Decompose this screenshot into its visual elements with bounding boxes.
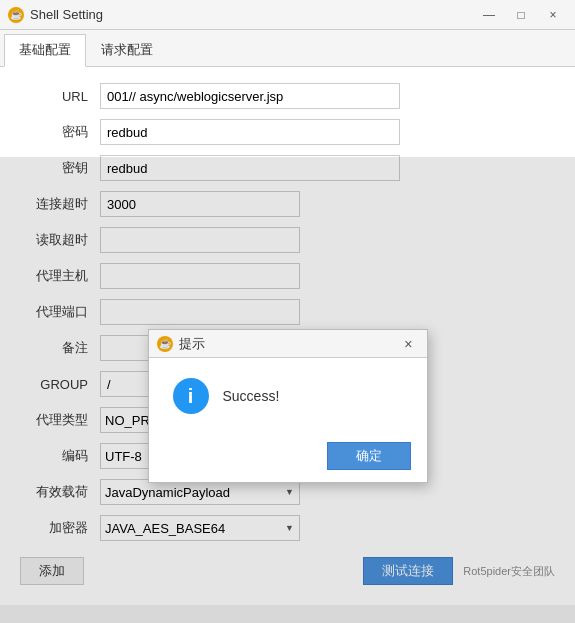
- url-row: URL: [20, 83, 555, 109]
- tab-bar: 基础配置 请求配置: [0, 30, 575, 67]
- dialog-app-icon: ☕: [157, 336, 173, 352]
- dialog: ☕ 提示 × i Success! 确定: [148, 329, 428, 483]
- dialog-titlebar: ☕ 提示 ×: [149, 330, 427, 358]
- tab-basic[interactable]: 基础配置: [4, 34, 86, 67]
- info-icon: i: [173, 378, 209, 414]
- dialog-confirm-button[interactable]: 确定: [327, 442, 411, 470]
- dialog-close-button[interactable]: ×: [398, 334, 418, 354]
- password-label: 密码: [20, 123, 100, 141]
- close-window-button[interactable]: ×: [539, 5, 567, 25]
- password-input[interactable]: [100, 119, 400, 145]
- app-icon: ☕: [8, 7, 24, 23]
- modal-overlay: ☕ 提示 × i Success! 确定: [0, 157, 575, 623]
- url-label: URL: [20, 89, 100, 104]
- title-bar: ☕ Shell Setting — □ ×: [0, 0, 575, 30]
- dialog-footer: 确定: [149, 434, 427, 482]
- dialog-body: i Success!: [149, 358, 427, 434]
- window-title: Shell Setting: [30, 7, 475, 22]
- dialog-title: 提示: [179, 335, 399, 353]
- tab-request[interactable]: 请求配置: [86, 34, 168, 66]
- password-row: 密码: [20, 119, 555, 145]
- url-input[interactable]: [100, 83, 400, 109]
- maximize-button[interactable]: □: [507, 5, 535, 25]
- window-controls: — □ ×: [475, 5, 567, 25]
- main-content: URL 密码 密钥 连接超时 读取超时 代理主机 代理端口 备注 GROUP: [0, 67, 575, 605]
- dialog-message: Success!: [223, 388, 280, 404]
- minimize-button[interactable]: —: [475, 5, 503, 25]
